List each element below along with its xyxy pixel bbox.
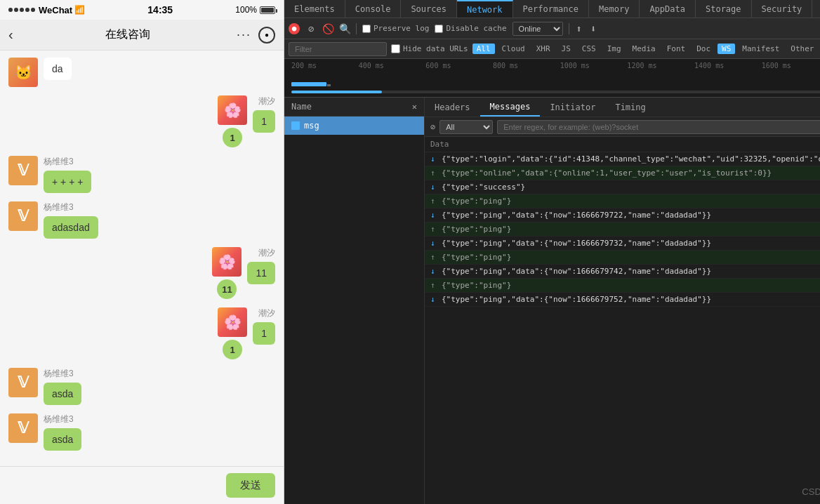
ws-message-item[interactable]: ↓ {"type":"ping","data":{"now":166667972… (425, 208, 820, 223)
message-row: 🐱 da (8, 58, 275, 87)
camera-button[interactable]: ● (258, 27, 275, 44)
ws-type-select[interactable]: All Sent Received (439, 120, 493, 134)
ws-message-item[interactable]: ↑ {"type":"ping"} (425, 279, 820, 293)
network-throttle-select[interactable]: Online Fast 3G Slow 3G Offline (512, 22, 563, 36)
ws-message-item[interactable]: ↑ {"type":"ping"} (425, 223, 820, 237)
ws-message-item[interactable]: ↓ {"type":"ping","data":{"now":166667973… (425, 237, 820, 251)
message-row: 潮汐 1 🌸 1 (8, 95, 275, 147)
message-text: 1 (261, 328, 267, 339)
tab-timing[interactable]: Timing (605, 98, 655, 117)
message-count: 1 (223, 128, 242, 147)
name-label: Name (291, 102, 312, 112)
filter-button[interactable]: 🚫 (322, 23, 333, 34)
ws-item-label: msg (304, 121, 319, 131)
status-left: WeChat 📶 (8, 5, 85, 15)
ws-message-item[interactable]: ↓ {"type":"ping","data":{"now":166667974… (425, 265, 820, 279)
filter-tag-cloud[interactable]: Cloud (498, 44, 529, 54)
upload-icon[interactable]: ⬆ (575, 22, 583, 36)
chat-title: 在线咨询 (19, 27, 237, 42)
clear-icon[interactable]: ⊘ (430, 122, 435, 132)
record-button[interactable]: ● (289, 23, 300, 34)
ws-item-msg[interactable]: msg (284, 117, 424, 135)
ws-message-item[interactable]: ↓ {"type":"ping","data":{"now":166667975… (425, 293, 820, 307)
send-button[interactable]: 发送 (226, 473, 275, 498)
message-bubble: 11 (247, 262, 275, 284)
tab-sensor[interactable]: Sensor (812, 0, 820, 18)
message-data: {"type":"ping","data":{"now":1666679732,… (442, 239, 820, 248)
filter-tags: All Cloud XHR JS CSS Img Media Font Doc … (472, 44, 819, 54)
tab-performance[interactable]: Performance (513, 0, 589, 18)
more-menu-button[interactable]: ··· (237, 27, 251, 42)
filter-tag-manifest[interactable]: Manifest (738, 44, 783, 54)
filter-input[interactable] (289, 42, 387, 56)
avatar: 𝕍 (8, 368, 38, 397)
direction-up-icon: ↑ (430, 168, 437, 178)
message-content: 潮汐 1 (253, 95, 275, 133)
circle-icon: ● (265, 31, 269, 39)
avatar-with-count: 🌸 1 (218, 95, 247, 147)
preserve-log-checkbox[interactable]: Preserve log (362, 24, 429, 33)
avatar: 🌸 (212, 247, 242, 277)
tab-console[interactable]: Console (345, 0, 402, 18)
message-content: 杨维维3 asda (44, 413, 81, 451)
ws-message-item[interactable]: ↑ {"type":"ping"} (425, 194, 820, 208)
tab-storage[interactable]: Storage (696, 0, 752, 18)
preserve-log-input[interactable] (362, 25, 371, 33)
filter-tag-font[interactable]: Font (663, 44, 690, 54)
tab-initiator[interactable]: Initiator (540, 98, 605, 117)
filter-tag-ws[interactable]: WS (718, 44, 735, 54)
back-button[interactable]: ‹ (8, 27, 13, 43)
hide-data-urls-label: Hide data URLs (403, 44, 468, 53)
stop-button[interactable]: ⊘ (305, 23, 317, 34)
ws-message-item[interactable]: ↓ {"type":"success"} (425, 180, 820, 194)
message-row: 潮汐 11 🌸 11 (8, 247, 275, 299)
tab-network[interactable]: Network (457, 0, 513, 18)
hide-data-urls-input[interactable] (391, 44, 400, 53)
ws-message-list[interactable]: ↓ {"type":"login","data":{"id":41348,"ch… (425, 152, 820, 504)
direction-down-icon: ↓ (430, 239, 437, 248)
filter-tag-js[interactable]: JS (557, 44, 575, 54)
filter-tag-media[interactable]: Media (628, 44, 660, 54)
search-button[interactable]: 🔍 (339, 23, 350, 34)
close-pane-icon[interactable]: ✕ (412, 102, 417, 112)
preserve-log-label: Preserve log (373, 24, 429, 33)
direction-down-icon: ↓ (430, 295, 437, 304)
chat-input-bar: 发送 (0, 466, 284, 504)
ws-filter-input[interactable] (497, 120, 820, 134)
tab-appdata[interactable]: AppData (640, 0, 696, 18)
tab-messages[interactable]: Messages (480, 98, 541, 117)
ws-message-item[interactable]: ↑ {"type":"ping"} (425, 251, 820, 265)
ws-message-item[interactable]: ↑ {"type":"online","data":{"online":1,"u… (425, 166, 820, 180)
filter-tag-img[interactable]: Img (603, 44, 626, 54)
tab-memory[interactable]: Memory (589, 0, 640, 18)
message-text: 1 (261, 116, 267, 127)
filter-tag-all[interactable]: All (472, 44, 495, 54)
disable-cache-input[interactable] (435, 25, 443, 33)
direction-up-icon: ↑ (430, 253, 437, 262)
disable-cache-checkbox[interactable]: Disable cache (435, 24, 506, 33)
time-display: 14:35 (147, 4, 173, 15)
filter-tag-other[interactable]: Other (786, 44, 818, 54)
ws-message-item[interactable]: ↓ {"type":"login","data":{"id":41348,"ch… (425, 152, 820, 166)
filter-tag-css[interactable]: CSS (578, 44, 600, 54)
avatar-with-count: 🌸 1 (218, 307, 247, 359)
marker-1200: 1200 ms (627, 59, 694, 69)
tab-sources[interactable]: Sources (401, 0, 457, 18)
data-label: Data (430, 140, 449, 149)
tab-security[interactable]: Security (752, 0, 813, 18)
tab-headers[interactable]: Headers (425, 98, 480, 117)
hide-data-urls-checkbox[interactable]: Hide data URLs (391, 44, 468, 53)
chat-messages[interactable]: 🐱 da 潮汐 1 🌸 1 (0, 51, 284, 466)
tab-elements[interactable]: Elements (284, 0, 345, 18)
ws-detail-tabs: Headers Messages Initiator Timing (425, 98, 820, 117)
network-toolbar: ● ⊘ 🚫 🔍 Preserve log Disable cache Onlin… (284, 18, 820, 39)
message-bubble: adasdad (44, 216, 98, 239)
signal-dots (8, 8, 35, 12)
filter-tag-doc[interactable]: Doc (692, 44, 715, 54)
download-icon[interactable]: ⬇ (589, 22, 597, 36)
message-text: adasdad (52, 222, 90, 233)
message-content: 杨维维3 + + + + (44, 156, 91, 193)
vx-icon: 𝕍 (18, 373, 29, 392)
avatar: 𝕍 (8, 201, 38, 231)
filter-tag-xhr[interactable]: XHR (532, 44, 555, 54)
